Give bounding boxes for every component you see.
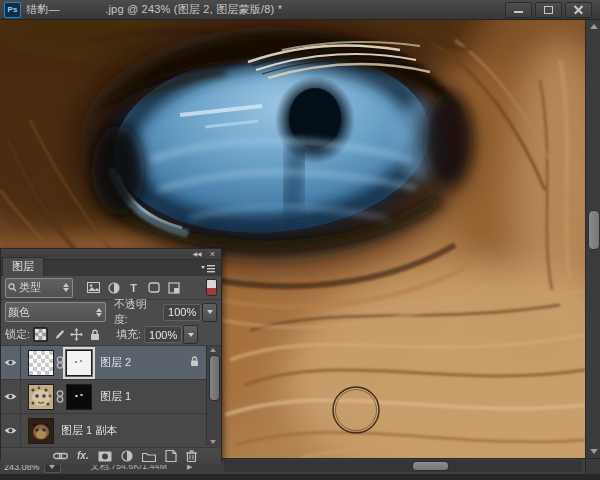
filter-pixel-layers-button[interactable] bbox=[85, 279, 102, 296]
horizontal-scrollbar[interactable] bbox=[224, 460, 582, 472]
collapse-panel-icon[interactable]: ◀◀ bbox=[193, 251, 202, 257]
mask-link-icon bbox=[56, 390, 64, 403]
blend-mode-row: 颜色 不透明度: 100% bbox=[1, 300, 221, 324]
new-layer-button[interactable] bbox=[165, 450, 177, 462]
visibility-toggle[interactable] bbox=[1, 414, 21, 447]
shape-filter-icon bbox=[148, 282, 160, 293]
filter-kind-label: 类型 bbox=[19, 280, 41, 295]
leopard-dark-thumbnail-image bbox=[29, 419, 53, 443]
lock-position-button[interactable] bbox=[69, 327, 84, 342]
scrollbar-corner bbox=[585, 458, 600, 474]
lock-transparent-pixels-button[interactable] bbox=[33, 327, 48, 342]
window-controls bbox=[505, 2, 600, 18]
scroll-up-icon[interactable] bbox=[210, 348, 216, 352]
eye-icon bbox=[4, 358, 17, 367]
vertical-scrollbar[interactable] bbox=[585, 20, 600, 458]
lock-row: 锁定: 填充: 100% bbox=[1, 324, 221, 346]
filter-toggle-switch[interactable] bbox=[206, 279, 217, 296]
close-panel-icon[interactable]: × bbox=[210, 251, 215, 257]
adjustment-filter-icon bbox=[108, 282, 120, 294]
chevron-down-icon bbox=[207, 310, 213, 314]
window-title: 猎豹— .jpg @ 243% (图层 2, 图层蒙版/8) * bbox=[26, 2, 282, 17]
eye-icon bbox=[4, 392, 17, 401]
photoshop-app-icon: Ps bbox=[4, 2, 21, 18]
layer-thumbnail[interactable] bbox=[28, 418, 54, 444]
layer-row-layer1[interactable]: 图层 1 bbox=[1, 380, 221, 414]
layer-filter-row: 类型 T bbox=[1, 276, 221, 300]
layer-thumbnail[interactable] bbox=[28, 384, 54, 410]
transparency-checker-icon bbox=[35, 329, 46, 340]
layers-list: 图层 2 bbox=[1, 346, 221, 447]
layer-row-layer1-copy[interactable]: 图层 1 副本 bbox=[1, 414, 221, 448]
panel-menu-icon[interactable] bbox=[200, 264, 216, 273]
minimize-icon bbox=[514, 11, 523, 13]
maximize-button[interactable] bbox=[535, 2, 562, 18]
scroll-down-icon[interactable] bbox=[590, 449, 598, 454]
vertical-scroll-thumb[interactable] bbox=[588, 210, 600, 250]
lock-icon bbox=[90, 329, 100, 341]
blend-mode-value: 颜色 bbox=[8, 305, 30, 320]
lock-image-pixels-button[interactable] bbox=[51, 327, 66, 342]
visibility-toggle[interactable] bbox=[1, 346, 21, 379]
layer-name[interactable]: 图层 1 bbox=[100, 389, 131, 404]
smart-object-filter-icon bbox=[168, 282, 180, 294]
image-filter-icon bbox=[87, 282, 100, 293]
opacity-label: 不透明度: bbox=[114, 297, 160, 327]
layer-name[interactable]: 图层 1 副本 bbox=[61, 423, 117, 438]
filter-shape-layers-button[interactable] bbox=[145, 279, 162, 296]
brush-icon bbox=[53, 329, 65, 341]
add-mask-button[interactable] bbox=[98, 451, 112, 462]
chevron-down-icon bbox=[49, 465, 55, 469]
filter-type-layers-button[interactable]: T bbox=[125, 279, 142, 296]
fill-value[interactable]: 100% bbox=[144, 326, 182, 343]
fill-label: 填充: bbox=[116, 327, 141, 342]
spinner-arrows-icon bbox=[96, 308, 103, 317]
blend-mode-select[interactable]: 颜色 bbox=[5, 302, 106, 322]
scroll-up-icon[interactable] bbox=[590, 24, 598, 29]
horizontal-scroll-thumb[interactable] bbox=[412, 461, 449, 471]
opacity-dropdown-button[interactable] bbox=[202, 303, 217, 322]
maximize-icon bbox=[544, 6, 553, 14]
link-layers-button[interactable] bbox=[53, 452, 68, 460]
panel-tab-strip: 图层 bbox=[1, 260, 221, 276]
filter-smart-objects-button[interactable] bbox=[165, 279, 182, 296]
tab-layers[interactable]: 图层 bbox=[2, 257, 44, 276]
lock-badge-icon bbox=[190, 356, 199, 367]
type-filter-icon: T bbox=[130, 282, 137, 294]
layer-mask-thumbnail[interactable] bbox=[66, 350, 92, 376]
scroll-down-icon[interactable] bbox=[210, 440, 216, 444]
mask-link-icon bbox=[56, 356, 64, 369]
fill-dropdown-button[interactable] bbox=[183, 325, 198, 344]
close-button[interactable] bbox=[565, 2, 592, 18]
filter-adjustment-layers-button[interactable] bbox=[105, 279, 122, 296]
leopard-thumbnail-image bbox=[29, 385, 53, 409]
layer-name[interactable]: 图层 2 bbox=[100, 355, 131, 370]
layer-style-button[interactable]: fx. bbox=[77, 451, 89, 461]
lock-all-button[interactable] bbox=[87, 327, 102, 342]
add-adjustment-layer-button[interactable] bbox=[121, 450, 133, 462]
lock-label: 锁定: bbox=[5, 327, 30, 342]
layers-panel: ◀◀ × 图层 类型 T bbox=[0, 248, 222, 458]
window-bottom-edge bbox=[0, 474, 600, 480]
layers-list-scrollbar[interactable] bbox=[206, 346, 221, 446]
layer-row-layer2[interactable]: 图层 2 bbox=[1, 346, 221, 380]
new-group-button[interactable] bbox=[142, 451, 156, 462]
visibility-toggle[interactable] bbox=[1, 380, 21, 413]
titlebar: Ps 猎豹— .jpg @ 243% (图层 2, 图层蒙版/8) * bbox=[0, 0, 600, 20]
layers-panel-footer: fx. bbox=[1, 447, 221, 465]
eye-icon bbox=[4, 426, 17, 435]
filter-kind-select[interactable]: 类型 bbox=[5, 278, 73, 298]
layer-mask-thumbnail[interactable] bbox=[66, 384, 92, 410]
chevron-down-icon bbox=[188, 333, 194, 337]
layers-scroll-thumb[interactable] bbox=[209, 355, 220, 401]
opacity-value[interactable]: 100% bbox=[163, 304, 201, 321]
minimize-button[interactable] bbox=[505, 2, 532, 18]
search-icon bbox=[8, 283, 17, 292]
move-icon bbox=[70, 328, 83, 341]
layer-thumbnail[interactable] bbox=[28, 350, 54, 376]
spinner-arrows-icon bbox=[63, 283, 70, 292]
delete-layer-button[interactable] bbox=[186, 450, 197, 462]
